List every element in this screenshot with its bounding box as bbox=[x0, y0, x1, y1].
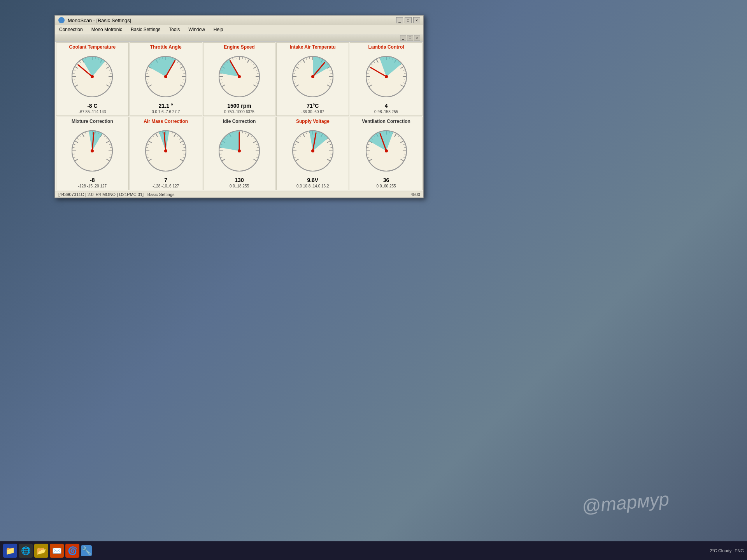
gauge-value-mixture-correction: -8 bbox=[90, 177, 95, 183]
gauge-svg-supply-voltage bbox=[288, 126, 338, 176]
gauge-value-ventilation-correction: 36 bbox=[383, 177, 389, 183]
gauge-ventilation-correction: Ventilation Correction360 0..60 255 bbox=[350, 117, 423, 190]
menu-bar: Connection Mono Motronic Basic Settings … bbox=[55, 25, 423, 34]
gauge-value-coolant-temp: -8 C bbox=[87, 103, 97, 109]
minimize-button[interactable]: _ bbox=[396, 17, 403, 23]
gauge-svg-coolant-temp bbox=[67, 51, 117, 102]
svg-point-86 bbox=[238, 75, 241, 78]
gauge-title-coolant-temp: Coolant Temperature bbox=[69, 44, 116, 50]
taskbar-mail[interactable]: ✉️ bbox=[50, 544, 64, 558]
status-bar: [443907311C | 2.0l R4 MONO | D21PMC 01] … bbox=[55, 191, 423, 198]
gauge-value-lambda-control: 4 bbox=[385, 103, 388, 109]
svg-point-144 bbox=[385, 75, 388, 78]
title-bar: MonoScan - [Basic Settings] _ □ × bbox=[55, 16, 423, 25]
taskbar: 📁 🌐 📂 ✉️ 🌀 🔧 2°C Cloudy ENG bbox=[0, 541, 747, 560]
gauge-title-air-mass-correction: Air Mass Correction bbox=[144, 119, 188, 124]
gauge-range-idle-correction: 0 0..18 255 bbox=[205, 184, 274, 188]
gauge-title-ventilation-correction: Ventilation Correction bbox=[362, 119, 410, 124]
gauge-value-supply-voltage: 9.6V bbox=[307, 177, 318, 183]
gauge-svg-intake-air-temp bbox=[288, 51, 338, 102]
weather-info: 2°C Cloudy bbox=[710, 548, 731, 553]
gauge-lambda-control: Lambda Control40 98..158 255 bbox=[350, 42, 423, 116]
gauge-range-coolant-temp: -67 85..114 143 bbox=[58, 110, 127, 114]
gauge-svg-lambda-control bbox=[361, 51, 412, 102]
taskbar-browser2[interactable]: 🌀 bbox=[65, 544, 79, 558]
svg-point-57 bbox=[164, 75, 167, 78]
title-bar-buttons: _ □ × bbox=[396, 17, 420, 23]
inner-title-bar: _ □ × bbox=[55, 34, 423, 42]
taskbar-chrome[interactable]: 🌐 bbox=[19, 544, 33, 558]
gauge-coolant-temp: Coolant Temperature-8 C-67 85..114 143 bbox=[56, 42, 129, 116]
app-icon bbox=[58, 17, 65, 23]
svg-point-289 bbox=[385, 149, 388, 152]
language-indicator: ENG bbox=[735, 548, 744, 553]
taskbar-right: 2°C Cloudy ENG bbox=[710, 548, 744, 553]
menu-basic-settings[interactable]: Basic Settings bbox=[127, 26, 164, 33]
gauge-intake-air-temp: Intake Air Temperatu71°C-36 30..60 87 bbox=[276, 42, 349, 116]
gauge-value-throttle-angle: 21.1 ° bbox=[159, 103, 173, 109]
gauge-title-intake-air-temp: Intake Air Temperatu bbox=[290, 44, 336, 50]
gauge-air-mass-correction: Air Mass Correction7-128 -10..6 127 bbox=[130, 117, 202, 190]
taskbar-files[interactable]: 📁 bbox=[3, 544, 17, 558]
status-left: [443907311C | 2.0l R4 MONO | D21PMC 01] … bbox=[58, 192, 175, 197]
gauge-value-idle-correction: 130 bbox=[235, 177, 244, 183]
gauge-svg-engine-speed bbox=[214, 51, 265, 102]
gauge-value-air-mass-correction: 7 bbox=[164, 177, 167, 183]
svg-point-231 bbox=[238, 149, 241, 152]
svg-point-28 bbox=[91, 75, 94, 78]
gauge-supply-voltage: Supply Voltage9.6V0.0 10.8..14.0 16.2 bbox=[276, 117, 349, 190]
gauge-range-supply-voltage: 0.0 10.8..14.0 16.2 bbox=[278, 184, 347, 188]
gauge-grid: Coolant Temperature-8 C-67 85..114 143Th… bbox=[55, 42, 423, 191]
gauge-range-lambda-control: 0 98..158 255 bbox=[352, 110, 421, 114]
gauge-range-mixture-correction: -128 -15..20 127 bbox=[58, 184, 127, 188]
taskbar-monoscan[interactable]: 🔧 bbox=[81, 545, 92, 556]
gauge-value-intake-air-temp: 71°C bbox=[307, 103, 319, 109]
gauge-range-ventilation-correction: 0 0..60 255 bbox=[352, 184, 421, 188]
main-window: MonoScan - [Basic Settings] _ □ × Connec… bbox=[54, 15, 424, 198]
inner-close[interactable]: × bbox=[414, 35, 420, 40]
gauge-mixture-correction: Mixture Correction-8-128 -15..20 127 bbox=[56, 117, 129, 190]
inner-restore[interactable]: □ bbox=[407, 35, 413, 40]
gauge-range-air-mass-correction: -128 -10..6 127 bbox=[132, 184, 200, 188]
gauge-svg-ventilation-correction bbox=[361, 126, 412, 176]
svg-point-260 bbox=[311, 149, 314, 152]
svg-point-115 bbox=[311, 75, 314, 78]
gauge-title-lambda-control: Lambda Control bbox=[368, 44, 404, 50]
gauge-title-engine-speed: Engine Speed bbox=[224, 44, 254, 50]
gauge-range-intake-air-temp: -36 30..60 87 bbox=[278, 110, 347, 114]
maximize-button[interactable]: □ bbox=[405, 17, 412, 23]
svg-point-202 bbox=[164, 149, 167, 152]
gauge-svg-idle-correction bbox=[214, 126, 265, 176]
svg-point-173 bbox=[91, 149, 94, 152]
gauge-idle-correction: Idle Correction1300 0..18 255 bbox=[203, 117, 276, 190]
close-button[interactable]: × bbox=[413, 17, 420, 23]
gauge-svg-air-mass-correction bbox=[140, 126, 191, 176]
gauge-value-engine-speed: 1500 rpm bbox=[227, 103, 251, 109]
window-title: MonoScan - [Basic Settings] bbox=[68, 18, 393, 23]
menu-mono-motronic[interactable]: Mono Motronic bbox=[88, 26, 126, 33]
menu-tools[interactable]: Tools bbox=[165, 26, 184, 33]
gauge-title-mixture-correction: Mixture Correction bbox=[72, 119, 113, 124]
gauge-title-supply-voltage: Supply Voltage bbox=[296, 119, 330, 124]
gauge-range-engine-speed: 0 750..1000 6375 bbox=[205, 110, 274, 114]
menu-connection[interactable]: Connection bbox=[55, 26, 87, 33]
gauge-range-throttle-angle: 0.0 1.6..7.6 27.7 bbox=[132, 110, 200, 114]
gauge-svg-mixture-correction bbox=[67, 126, 117, 176]
gauge-engine-speed: Engine Speed1500 rpm0 750..1000 6375 bbox=[203, 42, 276, 116]
gauge-title-throttle-angle: Throttle Angle bbox=[150, 44, 182, 50]
menu-window[interactable]: Window bbox=[184, 26, 209, 33]
status-right: 4800 bbox=[411, 192, 420, 197]
gauge-title-idle-correction: Idle Correction bbox=[223, 119, 256, 124]
gauge-throttle-angle: Throttle Angle21.1 °0.0 1.6..7.6 27.7 bbox=[130, 42, 202, 116]
menu-help[interactable]: Help bbox=[210, 26, 227, 33]
gauge-svg-throttle-angle bbox=[140, 51, 191, 102]
inner-minimize[interactable]: _ bbox=[400, 35, 406, 40]
taskbar-folder[interactable]: 📂 bbox=[34, 544, 48, 558]
